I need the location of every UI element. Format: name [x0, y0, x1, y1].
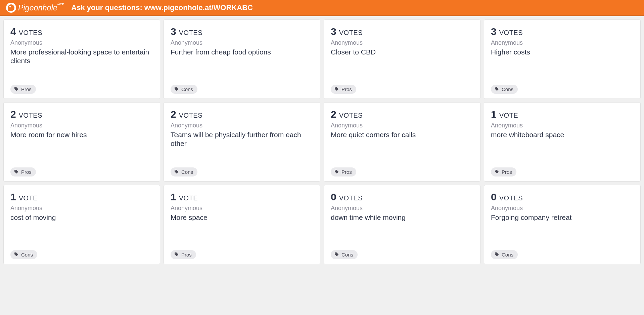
category-tag[interactable]: Cons [10, 250, 37, 259]
question-text: More quiet corners for calls [331, 130, 473, 139]
question-text: Forgoing company retreat [491, 213, 634, 222]
vote-count: 1 [491, 109, 497, 120]
vote-label: VOTES [497, 29, 523, 36]
vote-count: 0 [331, 191, 336, 202]
tag-label: Pros [341, 169, 352, 175]
vote-count: 0 [491, 191, 497, 202]
vote-line: 2 VOTES [331, 109, 473, 120]
author-label: Anonymous [491, 122, 634, 129]
vote-line: 0 VOTES [491, 191, 634, 203]
category-tag[interactable]: Pros [10, 85, 36, 94]
vote-count: 1 [10, 191, 16, 202]
author-label: Anonymous [491, 205, 634, 212]
vote-line: 3 VOTES [491, 26, 634, 37]
question-card[interactable]: 1 VOTEAnonymousMore spacePros [164, 185, 320, 264]
vote-label: VOTES [337, 29, 363, 36]
tag-icon [174, 169, 179, 175]
vote-count: 3 [171, 26, 176, 37]
vote-count: 4 [10, 26, 16, 37]
vote-label: VOTE [17, 194, 38, 202]
tag-label: Pros [181, 252, 192, 258]
question-card[interactable]: 1 VOTEAnonymouscost of movingCons [3, 185, 160, 264]
tag-label: Cons [341, 252, 353, 258]
bird-icon [6, 3, 16, 13]
vote-count: 2 [10, 109, 16, 120]
category-tag[interactable]: Cons [171, 85, 197, 94]
brand-logo: PigeonholeLive [6, 3, 64, 13]
question-card[interactable]: 2 VOTESAnonymousMore quiet corners for c… [324, 102, 480, 182]
question-text: Higher costs [491, 48, 634, 56]
tag-icon [495, 86, 499, 92]
vote-label: VOTES [337, 112, 363, 119]
tag-label: Pros [502, 169, 512, 175]
question-card[interactable]: 3 VOTESAnonymousFurther from cheap food … [164, 19, 320, 99]
tag-icon [14, 252, 18, 258]
vote-line: 2 VOTES [171, 109, 313, 120]
author-label: Anonymous [10, 122, 153, 129]
vote-count: 2 [331, 109, 336, 120]
vote-line: 2 VOTES [10, 109, 153, 120]
tag-label: Pros [21, 86, 32, 92]
vote-count: 1 [171, 191, 176, 202]
vote-line: 0 VOTES [331, 191, 473, 203]
question-text: More space [171, 213, 313, 222]
question-card[interactable]: 2 VOTESAnonymousMore room for new hiresP… [3, 102, 160, 182]
question-text: down time while moving [331, 213, 473, 222]
author-label: Anonymous [331, 39, 473, 46]
question-text: Further from cheap food options [171, 48, 313, 56]
tag-icon [14, 86, 18, 92]
category-tag[interactable]: Pros [331, 85, 356, 94]
category-tag[interactable]: Pros [331, 167, 356, 176]
category-tag[interactable]: Cons [171, 167, 197, 176]
author-label: Anonymous [491, 39, 634, 46]
category-tag[interactable]: Cons [331, 250, 358, 259]
tag-icon [334, 169, 339, 175]
question-card[interactable]: 3 VOTESAnonymousHigher costsCons [484, 19, 641, 99]
author-label: Anonymous [171, 205, 313, 212]
vote-label: VOTES [177, 29, 202, 36]
tag-icon [174, 86, 179, 92]
category-tag[interactable]: Pros [10, 167, 36, 176]
vote-label: VOTES [17, 29, 42, 36]
question-card[interactable]: 2 VOTESAnonymousTeams will be physically… [164, 102, 320, 182]
question-text: Teams will be physically further from ea… [171, 130, 313, 148]
vote-label: VOTES [17, 112, 42, 119]
author-label: Anonymous [171, 39, 313, 46]
brand-name: PigeonholeLive [18, 3, 64, 12]
category-tag[interactable]: Pros [171, 250, 196, 259]
question-text: cost of moving [10, 213, 153, 222]
question-text: More room for new hires [10, 130, 153, 139]
vote-line: 1 VOTE [10, 191, 153, 203]
vote-label: VOTE [497, 112, 518, 119]
tag-label: Pros [341, 86, 352, 92]
question-grid: 4 VOTESAnonymousMore professional-lookin… [0, 16, 644, 268]
question-card[interactable]: 4 VOTESAnonymousMore professional-lookin… [3, 19, 160, 99]
tag-label: Cons [21, 252, 33, 258]
tag-label: Cons [181, 169, 193, 175]
question-text: Closer to CBD [331, 48, 473, 56]
tag-label: Pros [21, 169, 32, 175]
question-card[interactable]: 0 VOTESAnonymousdown time while movingCo… [324, 185, 480, 264]
question-text: more whiteboard space [491, 130, 634, 139]
question-card[interactable]: 0 VOTESAnonymousForgoing company retreat… [484, 185, 641, 264]
category-tag[interactable]: Pros [491, 167, 516, 176]
author-label: Anonymous [331, 122, 473, 129]
vote-line: 4 VOTES [10, 26, 153, 37]
tag-icon [495, 252, 499, 258]
vote-count: 3 [491, 26, 497, 37]
tag-icon [334, 86, 339, 92]
vote-label: VOTES [337, 194, 363, 202]
category-tag[interactable]: Cons [491, 250, 518, 259]
author-label: Anonymous [10, 205, 153, 212]
vote-line: 1 VOTE [171, 191, 313, 203]
category-tag[interactable]: Cons [491, 85, 518, 94]
vote-line: 3 VOTES [171, 26, 313, 37]
question-card[interactable]: 3 VOTESAnonymousCloser to CBDPros [324, 19, 480, 99]
author-label: Anonymous [331, 205, 473, 212]
tag-icon [14, 169, 18, 175]
app-header: PigeonholeLive Ask your questions: www.p… [0, 0, 644, 16]
author-label: Anonymous [171, 122, 313, 129]
tag-label: Cons [181, 86, 193, 92]
tag-icon [334, 252, 339, 258]
question-card[interactable]: 1 VOTEAnonymousmore whiteboard spacePros [484, 102, 641, 182]
